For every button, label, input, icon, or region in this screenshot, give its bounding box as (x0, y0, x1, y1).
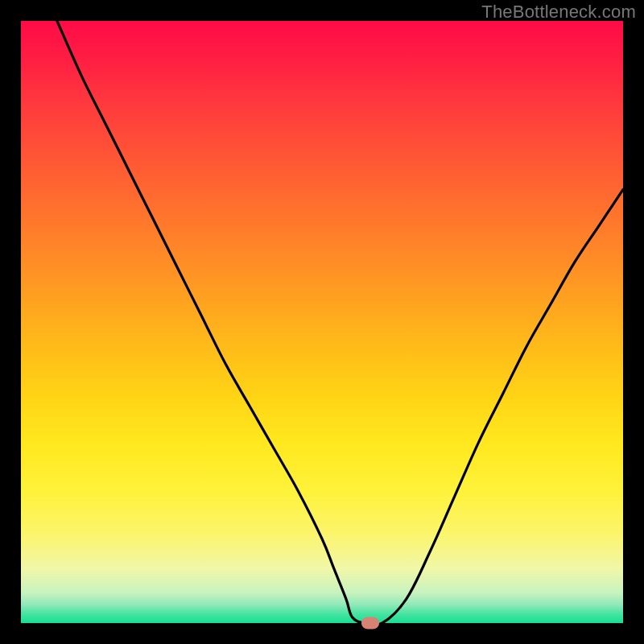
bottleneck-curve (21, 21, 623, 623)
watermark-text: TheBottleneck.com (481, 2, 636, 23)
chart-frame: TheBottleneck.com (0, 0, 644, 644)
optimal-marker (361, 617, 379, 630)
